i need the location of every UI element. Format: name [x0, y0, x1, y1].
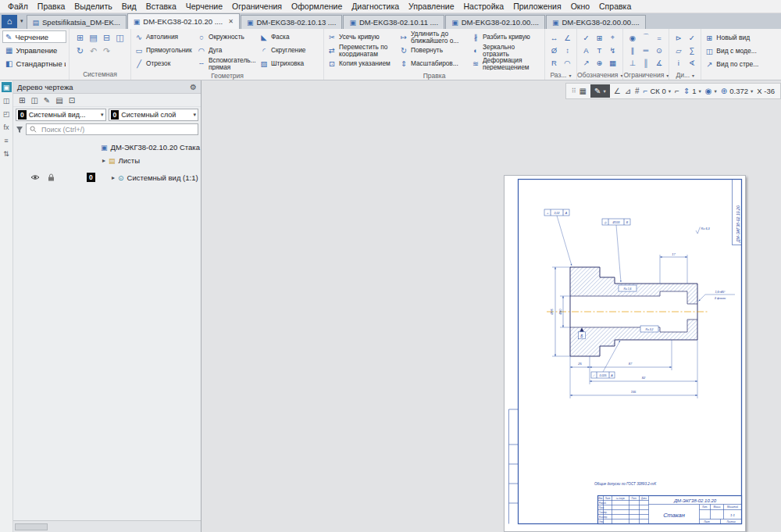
- menu-item[interactable]: Приложения: [508, 0, 565, 13]
- filter-funnel-icon[interactable]: [16, 126, 23, 134]
- menu-item[interactable]: Черчение: [181, 0, 227, 13]
- redo-icon[interactable]: ↷: [100, 45, 113, 58]
- menu-item[interactable]: Управление: [404, 0, 458, 13]
- view-by-arrow-button[interactable]: ↗ Вид по стре...: [704, 58, 758, 70]
- horizontal-icon[interactable]: ═: [639, 44, 652, 56]
- home-button[interactable]: ⌂: [2, 15, 17, 28]
- menu-item[interactable]: Вид: [117, 0, 141, 13]
- zoom-selector[interactable]: ⊕ 0.372 ▾: [721, 87, 753, 95]
- document-tab[interactable]: ▣ DM-EKG38-02.10.13 ....: [241, 15, 342, 29]
- panel-grip[interactable]: [15, 523, 48, 530]
- mode-button[interactable]: ◧ Стандартные изделия: [2, 57, 66, 70]
- hatch-tool[interactable]: ▨ Штриховка: [259, 57, 320, 70]
- panels-toggle-icon[interactable]: ▣: [2, 82, 12, 92]
- measure-icon[interactable]: ⊳: [672, 31, 685, 44]
- datum-icon[interactable]: A: [580, 44, 593, 56]
- construction-line-tool[interactable]: ╌ Вспомогатель... прямая: [197, 57, 258, 70]
- coincident-icon[interactable]: ◉: [626, 31, 639, 44]
- circle-tool[interactable]: ○ Окружность: [197, 30, 258, 44]
- quick-grid-icon[interactable]: ▦: [580, 87, 587, 95]
- mirror-tool[interactable]: ◐ Зеркально отразить: [471, 44, 541, 57]
- zoom-lens-button[interactable]: ◉ ▾: [705, 87, 717, 95]
- tab-close-icon[interactable]: ✕: [228, 18, 234, 25]
- mode-button[interactable]: ▦ Управление: [2, 44, 66, 56]
- view-filter-dropdown[interactable]: 0 Системный вид... ▾: [16, 109, 106, 121]
- search-input[interactable]: [26, 123, 198, 135]
- edit-structure-icon[interactable]: ✎: [44, 96, 50, 105]
- undo-icon[interactable]: ↶: [87, 45, 100, 58]
- menu-item[interactable]: Оформление: [287, 0, 347, 13]
- preview-icon[interactable]: ◫: [113, 31, 127, 45]
- check-document-icon[interactable]: ✓: [685, 31, 698, 44]
- list-view-icon[interactable]: ▤: [55, 96, 62, 105]
- clipboard-icon[interactable]: ◫: [2, 95, 12, 105]
- arc-tool[interactable]: ◠ Дуга: [197, 44, 258, 57]
- axis-icon[interactable]: ⌖: [606, 31, 619, 44]
- document-tab[interactable]: ▣ DM-EKG38-02.00.00....: [546, 15, 646, 29]
- menu-item[interactable]: Диагностика: [347, 0, 404, 13]
- open-document-icon[interactable]: ▤: [87, 31, 100, 45]
- table-icon[interactable]: ▦: [606, 56, 619, 69]
- toolbar-drag-handle[interactable]: ⠿: [572, 87, 576, 95]
- cut-line-icon[interactable]: ↯: [606, 44, 619, 56]
- roughness-icon[interactable]: ✓: [580, 31, 593, 44]
- angular-dimension-icon[interactable]: ∠: [561, 31, 574, 44]
- new-document-icon[interactable]: ⊞: [73, 31, 87, 45]
- segment-tool[interactable]: ╱ Отрезок: [134, 57, 195, 70]
- menu-item[interactable]: Справка: [594, 0, 636, 13]
- section-label[interactable]: Обозначения: [577, 71, 622, 80]
- drawing-canvas[interactable]: ⠿ ▦ ✎ ▾ ∠ ⊿ # ⌐ СК 0 ▾ ⌐ ⇕ 1 ▾: [201, 80, 781, 532]
- autoline-tool[interactable]: ∿ Автолиния: [134, 30, 195, 44]
- home-chevron-down-icon[interactable]: ▾: [17, 18, 27, 24]
- drawing-sheet[interactable]: ДМ-ЭКГ38-02.10.20: [504, 175, 746, 532]
- chamfer-tool[interactable]: ◣ Фаска: [259, 30, 320, 44]
- menu-item[interactable]: Выделить: [70, 0, 116, 13]
- center-mark-icon[interactable]: ⊕: [593, 56, 606, 69]
- document-tab[interactable]: ▣ DM-EKG38-02.10.20 .... ✕: [127, 13, 240, 29]
- equal-icon[interactable]: =: [652, 31, 665, 44]
- diameter-dimension-icon[interactable]: Ø: [547, 44, 561, 56]
- fix-icon[interactable]: ⊙: [652, 44, 665, 56]
- text-icon[interactable]: T: [593, 44, 606, 56]
- linear-dimension-icon[interactable]: ↔: [547, 31, 561, 44]
- document-tab[interactable]: ▣ DM-EKG38-02.10.11 ....: [343, 15, 444, 29]
- snap-icon[interactable]: ⊿: [625, 87, 631, 95]
- menu-item[interactable]: Правка: [33, 0, 70, 13]
- scale-selector[interactable]: ⇕ 1 ▾: [683, 87, 701, 95]
- move-by-coordinates-tool[interactable]: ⇄ Переместить по координатам: [327, 44, 398, 57]
- expand-arrow-icon[interactable]: ▸: [102, 157, 105, 164]
- snippets-icon[interactable]: ◰: [2, 109, 12, 119]
- grid-icon[interactable]: #: [635, 87, 640, 95]
- sum-icon[interactable]: ∑: [685, 44, 698, 56]
- tolerance-frame-icon[interactable]: ⊞: [593, 31, 606, 44]
- arc-dimension-icon[interactable]: ◠: [561, 56, 574, 69]
- section-label[interactable]: Ограничения: [623, 71, 669, 80]
- layer-filter-dropdown[interactable]: 0 Системный слой ▾: [109, 109, 199, 121]
- variables-icon[interactable]: fx: [2, 122, 12, 132]
- tangent-icon[interactable]: ⌒: [639, 31, 652, 44]
- document-tab[interactable]: ▤ Spetsifikatsia_DM-EK...: [27, 15, 127, 29]
- snap-angle-icon[interactable]: ∠: [614, 87, 621, 95]
- view-from-model-button[interactable]: ◫ Вид с моде...: [704, 45, 758, 57]
- styles-icon[interactable]: ≡: [2, 135, 12, 145]
- lock-icon[interactable]: [48, 173, 55, 183]
- perpendicular-icon[interactable]: ⊥: [626, 56, 639, 69]
- coordinate-system-selector[interactable]: ⌐ СК 0 ▾: [644, 87, 671, 95]
- angle-icon[interactable]: ∡: [652, 56, 665, 69]
- radial-dimension-icon[interactable]: R: [547, 56, 561, 69]
- vertical-dimension-icon[interactable]: ↕: [561, 44, 574, 56]
- tree-item-document[interactable]: ▣ ДМ-ЭКГ38-02.10.20 Стака: [13, 141, 201, 154]
- print-icon[interactable]: ⊟: [100, 31, 113, 45]
- menu-item[interactable]: Настройка: [458, 0, 508, 13]
- link-icon[interactable]: ⊡: [69, 96, 75, 105]
- line-style-button[interactable]: ✎ ▾: [590, 84, 610, 98]
- settings-gear-icon[interactable]: ⚙: [190, 83, 197, 91]
- document-tab[interactable]: ▣ DM-EKG38-02.10.00....: [445, 15, 545, 29]
- panel-view-icon[interactable]: ◫: [30, 96, 37, 105]
- menu-item[interactable]: Ограничения: [227, 0, 287, 13]
- info-icon[interactable]: i: [672, 56, 685, 69]
- expand-tree-icon[interactable]: ⊞: [19, 96, 25, 105]
- rotate-tool[interactable]: ↻ Повернуть: [399, 44, 469, 57]
- menu-item[interactable]: Вставка: [141, 0, 181, 13]
- corner-icon[interactable]: ⌐: [675, 87, 679, 95]
